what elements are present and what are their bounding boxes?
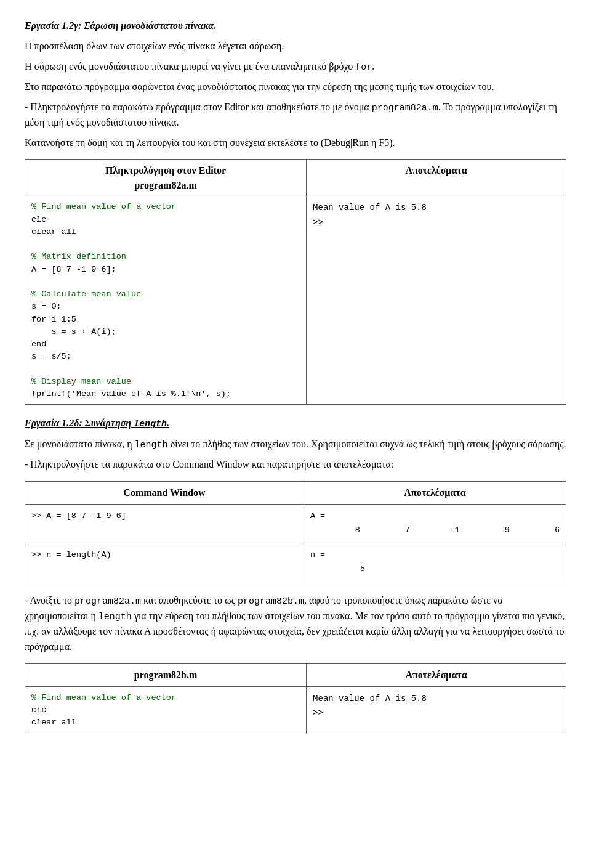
table3: program82b.m Αποτελέσματα % Find mean va… [25, 663, 566, 735]
para1: Η προσπέλαση όλων των στοιχείων ενός πίν… [25, 39, 566, 54]
table1-result-cell: Mean value of A is 5.8 >> [307, 197, 566, 405]
section2-para1: Σε μονοδιάστατο πίνακα, η length δίνει τ… [25, 437, 566, 452]
table1-header-left: Πληκτρολόγηση στον Editor program82a.m [25, 160, 307, 197]
para3: Στο παρακάτω πρόγραμμα σαρώνεται ένας μο… [25, 79, 566, 95]
table2-header-right: Αποτελέσματα [304, 481, 566, 504]
table2-row1-left: >> A = [8 7 -1 9 6] [25, 504, 304, 543]
para4: - Πληκτρολογήστε το παρακάτω πρόγραμμα σ… [25, 100, 566, 131]
table1-code: % Find mean value of a vector clc clear … [31, 201, 300, 400]
table1-header-right: Αποτελέσματα [307, 160, 566, 197]
table2-result2: n = 5 [310, 548, 560, 577]
section2-para3: - Ανοίξτε το program82a.m και αποθηκεύστ… [25, 593, 566, 655]
table2-cmd1: >> A = [8 7 -1 9 6] [31, 509, 297, 524]
section2-para2: - Πληκτρολογήστε τα παρακάτω στο Command… [25, 457, 566, 473]
section2: Εργασία 1.2δ: Συνάρτηση length. Σε μονοδ… [25, 416, 566, 734]
section2-title: Εργασία 1.2δ: Συνάρτηση length. [25, 416, 566, 431]
table3-code: % Find mean value of a vector clc clear … [31, 692, 300, 729]
table2-row2-left: >> n = length(A) [25, 543, 304, 582]
table2-header-left: Command Window [25, 481, 304, 504]
section1: Εργασία 1.2γ: Σάρωση μονοδιάστατου πίνακ… [25, 18, 566, 405]
table1: Πληκτρολόγηση στον Editor program82a.m Α… [25, 159, 566, 405]
table1-code-cell: % Find mean value of a vector clc clear … [25, 197, 307, 405]
table2: Command Window Αποτελέσματα >> A = [8 7 … [25, 481, 566, 582]
table2-row2-right: n = 5 [304, 543, 566, 582]
table3-result-cell: Mean value of A is 5.8 >> [307, 686, 566, 734]
para5: Κατανοήστε τη δομή και τη λειτουργία του… [25, 136, 566, 151]
table2-cmd2: >> n = length(A) [31, 548, 297, 562]
para2: Η σάρωση ενός μονοδιάστατου πίνακα μπορε… [25, 59, 566, 75]
table2-row1-right: A = 8 7 -1 9 6 [304, 504, 566, 543]
title1: Εργασία 1.2γ: Σάρωση μονοδιάστατου πίνακ… [25, 18, 566, 34]
table3-header-left: program82b.m [25, 663, 307, 686]
table3-code-cell: % Find mean value of a vector clc clear … [25, 686, 307, 734]
table3-header-right: Αποτελέσματα [307, 663, 566, 686]
table1-result: Mean value of A is 5.8 >> [313, 201, 560, 230]
table2-result1: A = 8 7 -1 9 6 [310, 509, 560, 538]
table3-result: Mean value of A is 5.8 >> [313, 692, 560, 721]
